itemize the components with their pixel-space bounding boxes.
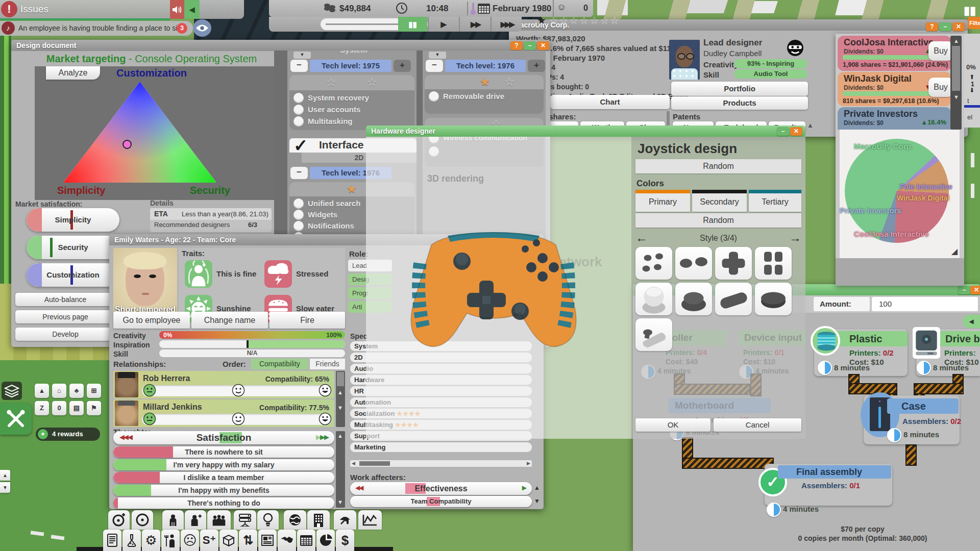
col2-collapse[interactable]: − [426,60,443,72]
smiley-neutral-icon[interactable] [232,384,245,397]
tab-products[interactable]: Products [671,96,808,110]
spy-icon[interactable] [786,39,804,57]
feature-checkbox[interactable] [293,210,304,220]
node-case-header[interactable]: Case [887,398,959,414]
development-icon[interactable]: ⚙ [142,530,160,551]
style-option-dpad[interactable] [715,247,752,280]
col1-collapse[interactable]: − [290,60,308,72]
finances-icon[interactable]: $ [336,530,354,551]
feature-checkbox[interactable] [429,91,439,102]
mute-button[interactable] [170,0,184,19]
stocks-icon[interactable] [358,510,382,530]
collapse-issues-button[interactable]: ◀ [184,0,200,19]
left-scroll-down[interactable]: ▼ [0,482,10,493]
ok-button[interactable]: OK [635,418,710,432]
fast-forward-button[interactable]: ▶▶ [459,17,491,32]
node-final-header[interactable]: Final assembly [778,465,891,479]
play-button[interactable]: ▶ [428,17,459,32]
thoughts-scrollbar[interactable]: ▲ ▼ [336,431,345,508]
servers-icon[interactable] [234,510,256,530]
scroll-left-icon[interactable]: ◀ [352,461,355,466]
style-option-buttons2[interactable] [675,247,712,280]
stock-card[interactable]: CoolJosa Interactive Dividends: $0 ▲2.8%… [838,36,951,71]
minimize-button[interactable]: – [524,41,536,50]
hire-icon[interactable] [185,510,206,530]
hw-close[interactable]: ✕ [790,127,802,136]
feature-checkbox[interactable] [293,221,304,231]
smiley-happy-selected-icon[interactable] [143,412,156,425]
employee-icon[interactable] [162,510,184,530]
collapse-tab[interactable]: ◀ [963,315,980,328]
auto-balance-button[interactable]: Auto-balance [15,293,115,306]
insurance-icon[interactable] [334,510,356,530]
feature-label[interactable]: Widgets [308,210,337,219]
products-icon[interactable] [132,510,153,530]
zoom-level-button[interactable]: Z [35,401,49,415]
star-icon[interactable]: ★ [480,76,490,89]
amount-input[interactable]: 100 [872,297,978,311]
flag-tool-button[interactable]: ⚑ [87,401,101,415]
style-option-ball[interactable] [635,283,672,315]
col2-add[interactable]: + [528,60,545,72]
color-tab-primary[interactable]: Primary [635,190,690,212]
buy-button[interactable]: Buy [928,78,953,97]
color-tab-secondary[interactable]: Secondary [692,190,747,212]
pause-button[interactable]: ▮▮ [398,17,427,32]
new-product-icon[interactable] [108,510,130,530]
smiley-neutral-icon[interactable] [232,412,245,425]
salaries-icon[interactable]: S⁺ [200,530,218,551]
teams-icon[interactable] [207,510,231,530]
help-button[interactable]: ? [510,41,523,50]
stocks-minimize[interactable]: – [939,22,951,31]
watch-issue-button[interactable] [193,19,211,37]
hw-minimize[interactable]: – [777,127,789,136]
star-icon[interactable]: ☆ [504,76,514,89]
order-compatibility-tab[interactable]: Compatibility [251,359,308,369]
production-close[interactable]: ✕ [970,286,980,294]
targeting-dot[interactable] [122,140,132,149]
smiley-grin-icon[interactable] [318,384,332,397]
feature-checkbox[interactable] [293,198,304,209]
scroll-down-icon[interactable]: ▼ [337,405,343,411]
research-icon[interactable] [122,530,141,551]
develop-button[interactable]: Develop [15,328,115,341]
fastest-forward-button[interactable]: ▶▶▶ [491,17,522,32]
style-option-disc[interactable] [755,283,792,315]
table-scroll-up-icon[interactable]: ▲ [807,121,814,129]
previous-page-button[interactable]: Previous page [15,310,115,323]
relationship-row[interactable]: Millard Jenkins Compatibility: 77.5% [113,399,334,427]
stock-card[interactable]: WinJask Digital Dividends: $0 ▼0.8% 810 … [838,72,951,106]
scroll-right-icon[interactable]: ▶ [527,461,530,466]
layers-button[interactable] [2,382,22,400]
scroll-up-icon[interactable]: ▲ [337,433,343,439]
style-option-lever[interactable] [635,318,672,351]
col2-scroll-down[interactable]: ▼ [429,52,446,59]
col2-tech-bar[interactable]: Tech level: 1976 [445,60,526,72]
tree-tool-button[interactable]: ♣ [69,384,84,398]
calendar-tool-icon[interactable] [297,530,315,551]
news-icon[interactable] [258,530,277,551]
feature-checkbox[interactable] [293,105,304,115]
design-doc-titlebar[interactable]: Design document [11,40,550,51]
style-option-dpad-split[interactable] [755,247,792,280]
smiley-happy-selected-icon[interactable] [143,384,156,397]
feature-label[interactable]: Unified search [308,199,360,208]
hardware-designer-titlebar[interactable]: Hardware designer [366,126,805,137]
col1-tech-bar[interactable]: Tech level: 1975 [310,60,391,72]
edge-down-icon[interactable]: ⬇ [969,87,974,94]
deals-icon[interactable] [278,530,296,551]
production-minimize[interactable]: – [958,286,970,294]
style-next-arrow[interactable]: → [789,231,801,245]
furniture-tool-button[interactable]: ▤ [69,401,84,415]
controller-preview[interactable] [386,218,601,371]
order-friends-tab[interactable]: Friends [310,359,345,369]
change-name-button[interactable]: Change name [191,312,268,329]
stocks-help[interactable]: ? [926,22,938,31]
scroll-up-icon[interactable]: ▲ [337,389,343,395]
company-icon[interactable] [307,510,330,530]
relationship-row[interactable]: Rob Herrera Compatibility: 65% [113,371,334,398]
relation-slider[interactable] [142,414,332,425]
work-scroll-down-icon[interactable]: ▼ [534,497,540,505]
style-option-pill[interactable] [715,283,752,315]
tab-chart[interactable]: Chart [550,95,670,109]
